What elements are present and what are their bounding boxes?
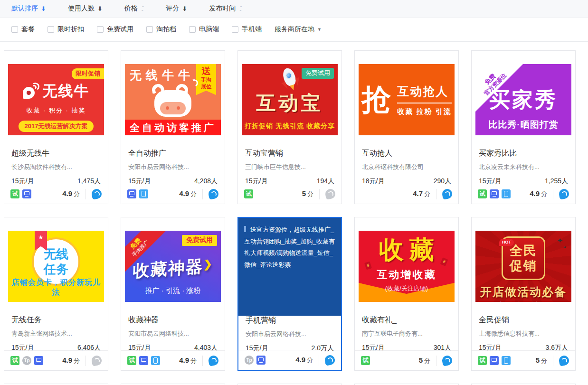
app-banner: 免费官方资源位买家秀比比秀·晒图打赏 [475, 64, 571, 135]
app-card-footer: 试4.9分 [121, 350, 225, 370]
footer-divider [319, 189, 320, 199]
wangwang-chat-icon[interactable] [558, 355, 569, 366]
hot-ribbon: HOT [499, 239, 514, 246]
app-info: 买家秀比比北京凌云未来科技有...15元/月1,255人 [479, 146, 568, 186]
sort-option-4[interactable]: 评分⬇ [166, 4, 187, 13]
filter-checkbox-item-6[interactable]: 手机端 [232, 25, 262, 34]
trial-badge-icon: 试 [10, 189, 19, 198]
footer-divider [553, 356, 553, 366]
app-card[interactable]: ★无线任务店铺会员卡，积分新玩儿法无线任务青岛新主张网络技术...15元/月6,… [4, 217, 108, 371]
checkbox-icon[interactable] [146, 26, 153, 33]
app-title[interactable]: 收藏有礼_ [362, 315, 451, 325]
app-card[interactable]: ✦✦HOT全民促销开店做活动必备提升店铺销量全民促销上海微悉信息科技有...15… [471, 217, 576, 371]
sort-option-5[interactable]: 发布时间⌃⌄ [209, 4, 242, 13]
checkbox-icon[interactable] [189, 26, 196, 33]
desktop-icon [22, 189, 31, 198]
app-card[interactable]: 免费试用互动宝打折促销 无线引流 收藏分享互动宝营销三门峡市巨牛信息技...15… [237, 50, 342, 204]
wangwang-chat-icon[interactable] [441, 355, 453, 366]
app-banner-area[interactable]: 抢互动抢人收藏 拉粉 引流 [359, 64, 455, 135]
trial-badge-icon: 试 [478, 356, 487, 365]
platform-icons: 试 [127, 356, 160, 365]
checkbox-icon[interactable] [47, 26, 54, 33]
filter-checkbox-item-2[interactable]: 限时折扣 [47, 25, 84, 34]
app-info: 收藏神器安阳市易云网络科技...15元/月4,403人 [128, 312, 218, 352]
mobile-icon [502, 189, 511, 198]
app-title[interactable]: 收藏神器 [128, 315, 218, 325]
rating-value: 5 [536, 356, 540, 364]
app-card[interactable]: 免费手淘推广免费试用收藏神器❯推广 · 引流 · 涨粉收藏神器安阳市易云网络科技… [121, 217, 225, 371]
checkbox-icon[interactable] [97, 26, 104, 33]
wangwang-chat-icon[interactable] [558, 188, 569, 199]
app-company: 长沙易淘软件科技有... [11, 163, 101, 171]
app-card[interactable]: 无线牛牛送手淘展位全自动访客推广全自动推广安阳市易云网络科技...15元/月4,… [121, 50, 225, 204]
wangwang-chat-icon[interactable] [91, 188, 102, 199]
app-banner-area[interactable]: 免费官方资源位买家秀比比秀·晒图打赏 [475, 64, 571, 135]
desktop-icon [139, 356, 148, 365]
ribbon-text: 手淘 [196, 77, 216, 84]
app-card[interactable]: 抢互动抢人收藏 拉粉 引流互动抢人北京科讴科技有限公司18元/月290人4.7分 [354, 50, 459, 204]
app-banner-area[interactable]: 限时促销无线牛收藏 · 积分 · 抽奖2017无线运营解决方案 [8, 64, 104, 135]
wangwang-chat-icon[interactable] [441, 188, 453, 199]
app-rating: 4.9分 [179, 189, 197, 198]
footer-divider [436, 189, 436, 199]
provider-location-dropdown[interactable]: 服务商所在地▼ [275, 25, 322, 34]
app-banner-area[interactable]: 免费试用互动宝打折促销 无线引流 收藏分享 [242, 64, 338, 135]
hover-description-panel: 送官方资源位，超级无线推广_互动营销团购_抽奖_加购_收藏有礼大师视频/满购物送… [238, 218, 341, 316]
app-title[interactable]: 全民促销 [479, 315, 568, 325]
sort-option-1[interactable]: 默认排序⬇ [11, 4, 46, 13]
banner-note: (收藏/关注店铺) [359, 284, 455, 293]
banner-subtitle: 比比秀·晒图打赏 [475, 119, 571, 131]
filter-checkbox-item-4[interactable]: 淘拍档 [146, 25, 176, 34]
sort-option-3[interactable]: 价格⌃⌄ [124, 4, 144, 13]
wangwang-chat-icon[interactable] [324, 188, 336, 199]
wangwang-chat-icon[interactable] [91, 355, 102, 366]
platform-icons: 试 [10, 189, 31, 198]
sort-option-2[interactable]: 使用人数⬇ [68, 4, 103, 13]
app-title[interactable]: 手机营销 [246, 316, 334, 326]
app-banner-area[interactable]: ★无线任务店铺会员卡，积分新玩儿法 [8, 231, 104, 302]
app-card[interactable]: 限时促销无线牛收藏 · 积分 · 抽奖2017无线运营解决方案超级无线牛长沙易淘… [4, 50, 108, 204]
app-company: 安阳市易云网络科技... [128, 163, 218, 171]
app-title[interactable]: 互动抢人 [362, 149, 451, 159]
app-rating: 5分 [419, 356, 430, 365]
app-card-footer: Tp4.9分 [238, 350, 341, 370]
app-banner-area[interactable]: ✦✦HOT全民促销开店做活动必备提升店铺销量 [475, 231, 571, 302]
wangwang-chat-icon[interactable] [208, 355, 219, 366]
banner-subtitle: 店铺会员卡，积分新玩儿法 [8, 278, 104, 298]
app-company: 青岛新主张网络技术... [11, 329, 101, 338]
rating-suffix: 分 [541, 357, 547, 365]
filter-checkbox-item-1[interactable]: 套餐 [11, 25, 35, 34]
app-info: 无线任务青岛新主张网络技术...15元/月6,406人 [11, 312, 101, 352]
sort-arrow-updown-icon: ⌃⌄ [238, 7, 242, 10]
mobile-icon [151, 356, 160, 365]
app-banner-area[interactable]: ¥¥收藏互动增收藏(收藏/关注店铺) [359, 231, 455, 302]
trial-badge-icon: 试 [478, 189, 487, 198]
app-banner-area[interactable]: 免费手淘推广免费试用收藏神器❯推广 · 引流 · 涨粉 [125, 231, 221, 302]
app-title[interactable]: 互动宝营销 [245, 149, 334, 159]
footer-divider [85, 356, 86, 366]
checkbox-icon[interactable] [11, 26, 18, 33]
app-title[interactable]: 超级无线牛 [11, 149, 101, 159]
filter-checkbox-item-3[interactable]: 免费试用 [97, 25, 133, 34]
app-title[interactable]: 买家秀比比 [479, 149, 568, 159]
sort-arrow-down-icon: ⬇ [97, 6, 103, 12]
app-banner-area[interactable]: 无线牛牛送手淘展位全自动访客推广 [125, 64, 221, 135]
rating-value: 5 [302, 189, 306, 197]
banner-subtitle: 开店做活动必备 [475, 284, 571, 300]
wangwang-chat-icon[interactable] [208, 188, 219, 199]
app-company: 上海微悉信息科技有... [479, 329, 568, 338]
app-card[interactable]: ¥¥收藏互动增收藏(收藏/关注店铺)收藏有礼_南宁互联电子商务有...15元/月… [354, 217, 459, 371]
wangwang-chat-icon[interactable] [324, 354, 335, 366]
app-card[interactable]: 免费官方资源位买家秀比比秀·晒图打赏买家秀比比北京凌云未来科技有...15元/月… [471, 50, 576, 204]
rating-value: 4.9 [530, 189, 540, 197]
app-banner: ✦✦HOT全民促销开店做活动必备提升店铺销量 [475, 231, 571, 302]
rating-suffix: 分 [74, 357, 80, 365]
app-card[interactable]: 送官方资源位，超级无线推广_互动营销团购_抽奖_加购_收藏有礼大师视频/满购物送… [237, 217, 342, 371]
app-title[interactable]: 全自动推广 [128, 149, 218, 159]
sort-option-label: 默认排序 [11, 4, 38, 13]
checkbox-icon[interactable] [232, 26, 238, 33]
app-title[interactable]: 无线任务 [11, 315, 101, 325]
platform-icons [127, 189, 148, 198]
filter-checkbox-item-5[interactable]: 电脑端 [189, 25, 219, 34]
filter-label: 电脑端 [199, 25, 219, 34]
